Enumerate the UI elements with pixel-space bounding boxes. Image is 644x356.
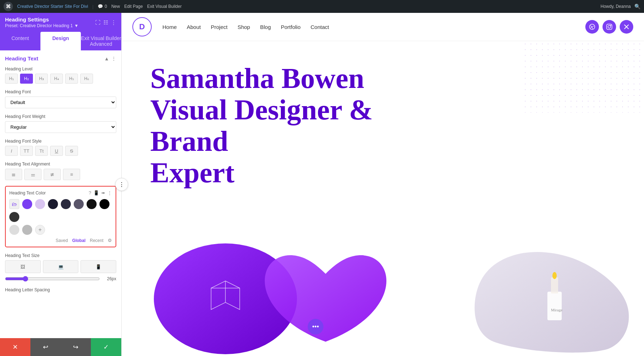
panel-header: Heading Settings Preset: Creative Direct… [0, 13, 121, 32]
fullscreen-icon[interactable]: ⛶ [95, 19, 101, 25]
undo-button[interactable]: ↩ [30, 338, 61, 356]
underline-button[interactable]: U [50, 146, 63, 156]
heading-text-alignment-group: Heading Text Alignment ≣ ⚌ ≢ ≡ [5, 162, 116, 180]
svg-point-3 [610, 25, 611, 26]
redo-button[interactable]: ↪ [61, 338, 91, 356]
wp-logo[interactable]: ⌘ [4, 2, 13, 11]
h3-button[interactable]: H₃ [35, 74, 48, 84]
site-content: Samantha Bowen Visual Designer & Brand E… [122, 41, 644, 356]
align-center-button[interactable]: ⚌ [24, 169, 42, 180]
site-nav: Home About Project Shop Blog Portfolio C… [162, 24, 585, 30]
nav-contact[interactable]: Contact [311, 24, 329, 30]
nav-home[interactable]: Home [162, 24, 177, 30]
cancel-button[interactable]: ✕ [0, 338, 30, 356]
admin-bar: ⌘ Creative Director Starter Site For Div… [0, 0, 644, 13]
saved-tab[interactable]: Saved [56, 238, 68, 243]
social-twitter[interactable] [620, 20, 633, 34]
site-social [585, 20, 633, 34]
color-swatch-charcoal[interactable] [9, 212, 19, 222]
section-icons: ▲ ⋮ [104, 56, 116, 61]
panel-preset[interactable]: Preset: Creative Director Heading 1 ▼ [5, 23, 78, 28]
color-swatch-dark4[interactable] [87, 199, 97, 209]
new-button[interactable]: New [111, 4, 120, 9]
color-swatch-light-gray[interactable] [9, 225, 19, 235]
strikethrough-button[interactable]: S [65, 146, 78, 156]
h2-button[interactable]: H₂ [20, 74, 33, 84]
h6-button[interactable]: H₆ [80, 74, 93, 84]
heading-text-size-label: Heading Text Size [5, 253, 116, 258]
tab-content[interactable]: Content [0, 32, 40, 50]
eyedropper-tool[interactable]: 🗁 [9, 199, 19, 209]
nav-shop[interactable]: Shop [238, 24, 250, 30]
nav-about[interactable]: About [187, 24, 201, 30]
nav-project[interactable]: Project [211, 24, 228, 30]
tab-advanced[interactable]: Exit Visual Builder Advanced [81, 32, 121, 50]
global-tab[interactable]: Global [72, 238, 86, 243]
color-swatch-purple[interactable] [22, 199, 32, 209]
color-settings-icon[interactable]: ⚙ [108, 238, 112, 243]
size-desktop-button[interactable]: 🖼 [5, 260, 41, 273]
text-size-slider[interactable] [5, 276, 100, 282]
recent-tab[interactable]: Recent [90, 238, 103, 243]
edit-page-button[interactable]: Edit Page [124, 4, 143, 9]
dot-pattern-decoration [522, 41, 644, 113]
heading-text-color-section: Heading Text Color ? 📱 ➠ ⋮ 🗁 [5, 186, 116, 247]
save-button[interactable]: ✓ [91, 338, 121, 356]
collapse-handle[interactable]: ⋮ [115, 178, 128, 191]
h4-button[interactable]: H₄ [50, 74, 63, 84]
color-swatches-row2: + [9, 225, 112, 235]
color-swatch-dark3[interactable] [74, 199, 84, 209]
admin-bar-right: Howdy, Deanna 🔍 [601, 4, 641, 9]
h1-button[interactable]: H₁ [5, 74, 18, 84]
color-mobile-icon[interactable]: 📱 [93, 190, 99, 196]
floating-action-button[interactable]: ••• [308, 319, 323, 335]
howdy-text: Howdy, Deanna [601, 4, 631, 9]
color-section-header: Heading Text Color ? 📱 ➠ ⋮ [9, 190, 112, 196]
collapse-section-icon[interactable]: ▲ [104, 56, 109, 61]
nav-portfolio[interactable]: Portfolio [281, 24, 301, 30]
social-instagram[interactable] [602, 20, 616, 34]
size-mobile-button[interactable]: 📱 [80, 260, 116, 273]
tc-button[interactable]: Tt [35, 146, 48, 156]
tab-design[interactable]: Design [40, 32, 81, 50]
tt-button[interactable]: TT [20, 146, 33, 156]
svg-point-11 [552, 272, 557, 279]
heading-font-style-label: Heading Font Style [5, 139, 116, 144]
svg-rect-1 [607, 24, 612, 30]
align-right-button[interactable]: ≢ [44, 169, 61, 180]
color-cursor-icon[interactable]: ➠ [101, 190, 105, 196]
layout-icon[interactable]: ☷ [103, 19, 108, 26]
exit-builder-button[interactable]: Exit Visual Builder [147, 4, 182, 9]
add-color-button[interactable]: + [35, 225, 45, 235]
nav-blog[interactable]: Blog [260, 24, 271, 30]
color-swatch-black[interactable] [99, 199, 109, 209]
color-swatch-light-purple[interactable] [35, 199, 45, 209]
color-more-icon[interactable]: ⋮ [107, 190, 112, 196]
align-left-button[interactable]: ≣ [5, 169, 22, 180]
section-header: Heading Text ▲ ⋮ [5, 55, 116, 61]
italic-button[interactable]: I [5, 146, 18, 156]
section-title: Heading Text [5, 55, 38, 61]
more-options-icon[interactable]: ⋮ [111, 19, 116, 26]
heading-font-select[interactable]: Default Georgia Arial [5, 97, 116, 108]
text-size-value: 26px [103, 276, 116, 281]
color-swatch-dark2[interactable] [61, 199, 71, 209]
color-swatch-dark1[interactable] [48, 199, 58, 209]
social-dribbble[interactable] [585, 20, 599, 34]
search-icon[interactable]: 🔍 [634, 4, 640, 9]
site-name[interactable]: Creative Director Starter Site For Divi [17, 4, 88, 9]
heading-text-size-group: Heading Text Size 🖼 💻 📱 26px [5, 253, 116, 282]
heading-font-weight-select[interactable]: Regular Bold Light [5, 121, 116, 133]
align-justify-button[interactable]: ≡ [63, 169, 80, 180]
svg-rect-9 [547, 292, 562, 320]
color-help-icon[interactable]: ? [89, 190, 91, 196]
size-tablet-button[interactable]: 💻 [43, 260, 79, 273]
hero-images: Mirage ••• [150, 231, 644, 356]
panel-content: Heading Text ▲ ⋮ Heading Level H₁ H₂ H₃ … [0, 50, 121, 338]
color-swatch-mid-gray[interactable] [22, 225, 32, 235]
site-logo[interactable]: D [132, 17, 152, 36]
comments-icon[interactable]: 💬 0 [98, 4, 107, 9]
h5-button[interactable]: H₅ [65, 74, 78, 84]
panel-title: Heading Settings [5, 16, 78, 23]
section-more-icon[interactable]: ⋮ [111, 56, 116, 61]
